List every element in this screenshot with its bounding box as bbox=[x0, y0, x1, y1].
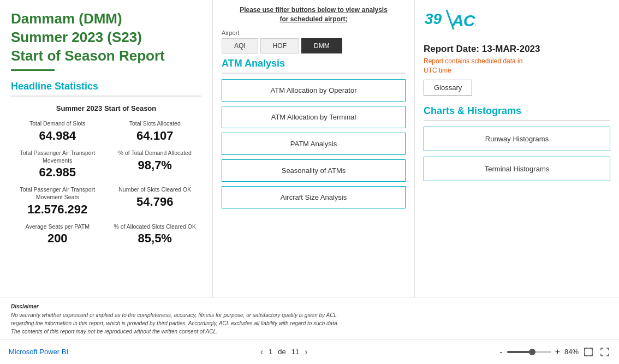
atm-btn-patm[interactable]: PATM Analysis bbox=[222, 133, 406, 155]
report-subtext-line2: UTC time bbox=[424, 67, 451, 74]
zoom-plus-button[interactable]: + bbox=[555, 347, 560, 357]
stat-value-7: 85,5% bbox=[138, 231, 172, 246]
powerbi-link[interactable]: Microsoft Power BI bbox=[9, 348, 68, 356]
report-date: Report Date: 13-MAR-2023 bbox=[424, 44, 610, 55]
headline-title: Headline Statistics bbox=[11, 81, 201, 92]
acl-logo: 39 ACL bbox=[424, 5, 475, 34]
svg-rect-3 bbox=[585, 348, 592, 356]
atm-btn-operator[interactable]: ATM Allocation by Operator bbox=[222, 79, 406, 102]
fullscreen-icon[interactable] bbox=[599, 347, 610, 357]
disclaimer-section: Disclaimer No warranty whether expressed… bbox=[0, 297, 619, 339]
left-panel: Dammam (DMM) Summer 2023 (S23) Start of … bbox=[0, 0, 213, 297]
title-underline bbox=[11, 69, 55, 71]
prev-page-button[interactable]: ‹ bbox=[260, 347, 263, 357]
zoom-minus-button[interactable]: - bbox=[499, 347, 502, 357]
chart-btn-terminal[interactable]: Terminal Histograms bbox=[424, 157, 610, 181]
atm-btn-aircraft[interactable]: Aircraft Size Analysis bbox=[222, 186, 406, 208]
chart-btn-runway[interactable]: Runway Histograms bbox=[424, 127, 610, 151]
stats-section-title: Summer 2023 Start of Season bbox=[11, 104, 201, 112]
stat-value-5: 54.796 bbox=[136, 195, 173, 209]
stat-label-3: % of Total Demand Allocated bbox=[118, 150, 192, 157]
report-title: Dammam (DMM) Summer 2023 (S23) Start of … bbox=[11, 10, 201, 65]
stat-label-4: Total Passenger Air Transport Movement S… bbox=[11, 186, 104, 201]
stat-patm: Total Passenger Air Transport Movements … bbox=[11, 150, 104, 180]
report-subtext-line1: Report contains scheduled data in bbox=[424, 57, 522, 65]
report-info: Report Date: 13-MAR-2023 Report contains… bbox=[424, 44, 610, 96]
stat-total-demand: Total Demand of Slots 64.984 bbox=[11, 120, 104, 143]
stat-label-7: % of Allocated Slots Cleared OK bbox=[114, 223, 196, 231]
svg-text:ACL: ACL bbox=[451, 11, 475, 29]
title-line3: Start of Season Report bbox=[11, 47, 165, 64]
page-current: 1 bbox=[269, 348, 272, 356]
stat-value-2: 62.985 bbox=[39, 165, 76, 180]
disclaimer-text-1: No warranty whether expressed or implied… bbox=[11, 312, 337, 318]
disclaimer-title: Disclaimer bbox=[11, 303, 608, 309]
fit-screen-icon[interactable] bbox=[583, 347, 594, 357]
stat-cleared: Number of Slots Cleared OK 54.796 bbox=[109, 186, 202, 216]
stat-value-4: 12.576.292 bbox=[27, 202, 87, 217]
stat-value-3: 98,7% bbox=[138, 158, 172, 172]
airport-label: Airport bbox=[222, 29, 406, 36]
filter-notice: Please use filter buttons below to view … bbox=[222, 5, 406, 24]
zoom-slider[interactable] bbox=[507, 351, 551, 353]
title-line2: Summer 2023 (S23) bbox=[11, 29, 142, 45]
zoom-level: 84% bbox=[564, 348, 579, 356]
stat-label-5: Number of Slots Cleared OK bbox=[118, 186, 191, 194]
airport-btn-hof[interactable]: HOF bbox=[260, 38, 299, 53]
stat-avg-seats: Average Seats per PATM 200 bbox=[11, 223, 104, 246]
disclaimer-text-2: regarding the information in this report… bbox=[11, 320, 338, 326]
glossary-button[interactable]: Glossary bbox=[424, 80, 472, 96]
report-subtext: Report contains scheduled data in UTC ti… bbox=[424, 57, 610, 75]
center-panel: Please use filter buttons below to view … bbox=[213, 0, 415, 297]
headline-underline bbox=[11, 96, 201, 97]
charts-title: Charts & Histograms bbox=[424, 105, 610, 117]
stat-pct-demand: % of Total Demand Allocated 98,7% bbox=[109, 150, 202, 180]
logo-svg: 39 ACL bbox=[424, 5, 475, 34]
page-total: 11 bbox=[291, 348, 299, 356]
next-page-button[interactable]: › bbox=[305, 347, 307, 357]
filter-notice-line2: for scheduled airport; bbox=[279, 15, 347, 23]
stat-value-0: 64.984 bbox=[39, 129, 76, 143]
atm-section-title: ATM Analysis bbox=[222, 58, 406, 69]
disclaimer-text-3: The contents of this report may not be r… bbox=[11, 329, 218, 335]
stat-pct-cleared: % of Allocated Slots Cleared OK 85,5% bbox=[109, 223, 202, 246]
zoom-controls: - + 84% bbox=[499, 347, 610, 357]
bottom-icons bbox=[583, 347, 610, 357]
stat-label-2: Total Passenger Air Transport Movements bbox=[11, 150, 104, 164]
stats-grid: Total Demand of Slots 64.984 Total Slots… bbox=[11, 120, 201, 246]
airport-btn-dmm[interactable]: DMM bbox=[301, 38, 342, 53]
right-panel: 39 ACL Report Date: 13-MAR-2023 Report c… bbox=[415, 0, 619, 297]
svg-text:39: 39 bbox=[425, 10, 442, 27]
right-header: 39 ACL bbox=[424, 5, 610, 34]
zoom-slider-thumb bbox=[529, 349, 535, 355]
page-separator: de bbox=[278, 348, 285, 356]
charts-underline bbox=[424, 120, 610, 121]
airport-btn-aqi[interactable]: AQI bbox=[222, 38, 258, 53]
stat-label-0: Total Demand of Slots bbox=[29, 120, 86, 128]
filter-notice-line1: Please use filter buttons below to view … bbox=[240, 6, 388, 14]
stat-value-6: 200 bbox=[47, 231, 68, 246]
atm-btn-terminal[interactable]: ATM Allocation by Terminal bbox=[222, 106, 406, 128]
stat-total-allocated: Total Slots Allocated 64.107 bbox=[109, 120, 202, 143]
stat-value-1: 64.107 bbox=[136, 129, 173, 143]
stat-seats: Total Passenger Air Transport Movement S… bbox=[11, 186, 104, 216]
disclaimer-text: No warranty whether expressed or implied… bbox=[11, 311, 608, 336]
atm-btn-seasonality[interactable]: Seasonality of ATMs bbox=[222, 159, 406, 182]
pagination: ‹ 1 de 11 › bbox=[260, 347, 308, 357]
atm-underline bbox=[222, 73, 406, 74]
title-line1: Dammam (DMM) bbox=[11, 10, 122, 27]
bottom-bar: Microsoft Power BI ‹ 1 de 11 › - + 84% bbox=[0, 339, 619, 364]
stat-label-1: Total Slots Allocated bbox=[129, 120, 181, 128]
stat-label-6: Average Seats per PATM bbox=[26, 223, 90, 231]
airport-buttons: AQI HOF DMM bbox=[222, 38, 406, 53]
